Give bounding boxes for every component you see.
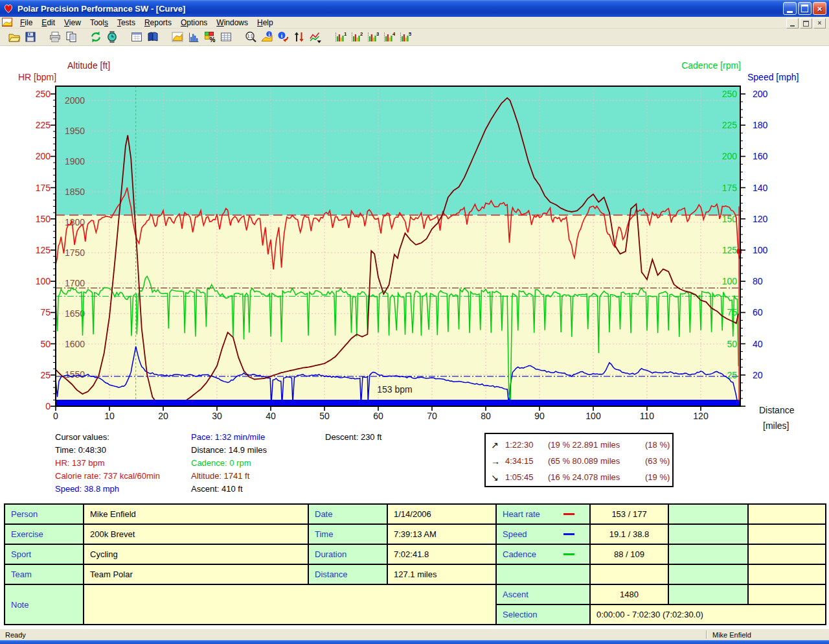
transfer-info-icon[interactable]: i xyxy=(275,29,291,45)
hr-tick-label: 0 xyxy=(45,401,51,411)
speed-legend-dash-icon xyxy=(563,533,574,535)
table-cell-person-label: Person xyxy=(5,505,83,523)
cadence-value: 88 / 109 xyxy=(614,549,644,559)
split-detail: (16 % 24.078 miles xyxy=(548,472,645,482)
table-cell-speed-value[interactable]: 19.1 / 38.8 xyxy=(591,525,668,544)
svg-text:%: % xyxy=(209,36,215,43)
trend-icon[interactable] xyxy=(307,29,323,45)
cadence-tick-label: 175 xyxy=(722,183,738,193)
table-cell-empty-value[interactable] xyxy=(749,505,825,523)
mdi-minimize-button[interactable] xyxy=(786,18,799,29)
exercise-label: Exercise xyxy=(11,529,43,539)
speed-axis-title: Speed [mph] xyxy=(747,72,799,82)
selection-label: Selection xyxy=(503,610,537,619)
app-heart-icon xyxy=(3,3,14,14)
restore-button[interactable] xyxy=(798,2,812,15)
table-cell-date-value[interactable]: 1/14/2006 xyxy=(388,505,495,523)
table-cell-empty-value[interactable] xyxy=(591,565,668,584)
menu-edit[interactable]: Edit xyxy=(37,17,60,28)
split-stats-row: ↗1:22:30(19 % 22.891 miles(18 %) xyxy=(491,437,672,453)
cadence-axis-title: Cadence [rpm] xyxy=(681,60,741,71)
zoom-1-1-icon[interactable]: 1:1 xyxy=(242,29,258,45)
table-cell-sport-value[interactable]: Cycling xyxy=(84,545,308,564)
transfer-icon[interactable] xyxy=(87,29,104,45)
split-detail: (65 % 80.089 miles xyxy=(548,456,645,466)
menu-windows[interactable]: Windows xyxy=(212,17,253,28)
menu-reports[interactable]: Reports xyxy=(140,17,176,28)
report-1-icon[interactable]: 1 xyxy=(332,29,348,45)
table-cell-empty-value[interactable] xyxy=(749,565,825,584)
table-cell-note-value[interactable] xyxy=(84,585,495,624)
copy-icon[interactable] xyxy=(63,29,79,45)
speed-tick-label: 40 xyxy=(753,339,763,349)
table-cell-duration-value[interactable]: 7:02:41.8 xyxy=(388,545,495,564)
cursor-value-line: Descent: 230 ft xyxy=(325,431,381,444)
slope-arrow-icon: ↘ xyxy=(491,472,505,483)
print-icon[interactable] xyxy=(47,29,63,45)
cursor-value-line: HR: 137 bpm xyxy=(55,457,160,470)
minimize-button[interactable] xyxy=(783,2,797,15)
distance-tick-label: 50 xyxy=(319,411,330,421)
report-4-icon[interactable]: 4 xyxy=(380,29,396,45)
table-cell-person-value[interactable]: Mike Enfield xyxy=(84,505,308,523)
report-5-icon[interactable]: 5 xyxy=(396,29,413,45)
menu-view[interactable]: View xyxy=(60,17,85,28)
table-cell-distance-value[interactable]: 127.1 miles xyxy=(388,565,495,584)
table-cell-empty-label xyxy=(669,585,747,604)
data-grid-view-icon[interactable] xyxy=(218,29,234,45)
table-cell-exercise-value[interactable]: 200k Brevet xyxy=(84,525,308,544)
mdi-workspace: 2000195019001850180017501700165016001550… xyxy=(0,46,829,628)
menu-tests[interactable]: Tests xyxy=(113,17,140,28)
table-cell-empty-value[interactable] xyxy=(749,545,825,564)
table-cell-empty-value[interactable] xyxy=(749,525,825,544)
report-3-icon[interactable]: 3 xyxy=(364,29,380,45)
menu-items: FileEditViewToolsTestsReportsOptionsWind… xyxy=(16,18,278,27)
save-icon[interactable] xyxy=(22,29,38,45)
distance-tick-label: 30 xyxy=(212,411,222,421)
document-curve-icon xyxy=(2,17,13,27)
table-cell-time-value[interactable]: 7:39:13 AM xyxy=(388,525,495,544)
note-label: Note xyxy=(11,600,28,610)
mdi-close-button[interactable]: × xyxy=(813,18,826,29)
zone-view-icon[interactable]: % xyxy=(201,29,218,45)
hr-average-value-label: 153 bpm xyxy=(377,384,412,395)
distribution-view-icon[interactable] xyxy=(185,29,201,45)
table-cell-team-value[interactable]: Team Polar xyxy=(84,565,308,584)
close-button[interactable]: × xyxy=(813,2,826,15)
table-cell-selection-value[interactable]: 0:00:00 - 7:02:30 (7:02:30.0) xyxy=(591,605,825,624)
cursor-value-line: Distance: 14.9 miles xyxy=(191,444,267,457)
report-2-icon[interactable]: 2 xyxy=(348,29,364,45)
svg-text:5: 5 xyxy=(409,31,411,37)
exercise-info-icon[interactable]: i xyxy=(258,29,275,45)
speed-tick-label: 80 xyxy=(753,276,763,286)
svg-text:3: 3 xyxy=(376,31,379,37)
menu-tools[interactable]: Tools xyxy=(85,17,113,28)
menu-help[interactable]: Help xyxy=(253,17,278,28)
table-cell-cadence-value[interactable]: 88 / 109 xyxy=(591,545,668,564)
menu-options[interactable]: Options xyxy=(176,17,212,28)
compare-icon[interactable] xyxy=(291,29,307,45)
calendar-icon[interactable] xyxy=(128,29,144,45)
hr-zone-upper-bg xyxy=(56,86,740,215)
hr-tick-label: 200 xyxy=(36,151,51,161)
sport-label: Sport xyxy=(11,549,31,559)
mdi-restore-button[interactable] xyxy=(800,18,812,29)
cadence-tick-label: 250 xyxy=(722,89,738,99)
table-cell-duration-label: Duration xyxy=(309,545,387,564)
diary-icon[interactable] xyxy=(144,29,161,45)
watch-icon[interactable] xyxy=(104,29,120,45)
open-file-icon[interactable] xyxy=(6,29,22,45)
toolbar-group xyxy=(6,29,38,45)
hr-tick-label: 175 xyxy=(36,183,51,193)
status-user: Mike Enfield xyxy=(712,631,751,639)
table-cell-empty-value[interactable] xyxy=(749,585,825,604)
cursor-value-line: Cadence: 0 rpm xyxy=(191,457,267,470)
table-cell-selection-label: Selection xyxy=(497,605,589,624)
table-cell-ascent-value[interactable]: 1480 xyxy=(591,585,668,604)
cursor-value-line: Altitude: 1741 ft xyxy=(191,470,267,483)
distance-tick-label: 70 xyxy=(427,411,437,421)
menu-file[interactable]: File xyxy=(16,17,37,28)
table-cell-empty-label xyxy=(497,565,589,584)
curve-view-icon[interactable] xyxy=(169,29,185,45)
table-cell-heart-rate-value[interactable]: 153 / 177 xyxy=(591,505,668,523)
